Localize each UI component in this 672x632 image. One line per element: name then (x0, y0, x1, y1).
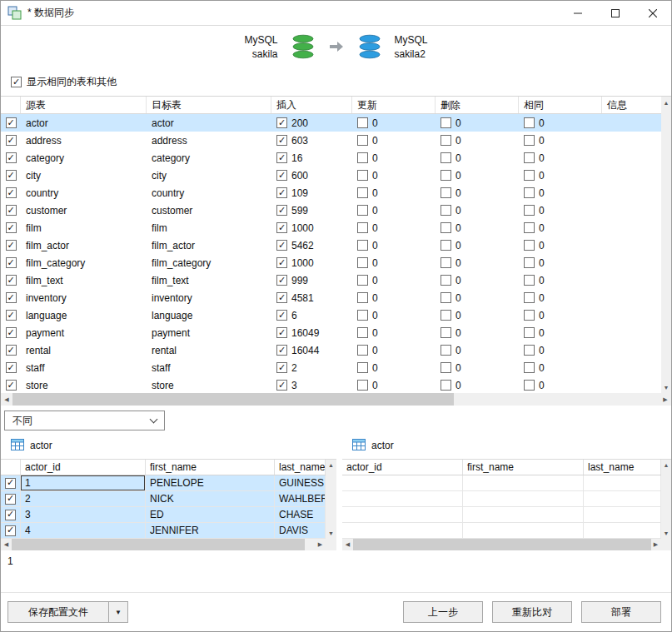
record-row[interactable]: 3EDCHASE (1, 507, 326, 523)
identical-checkbox[interactable] (524, 222, 535, 233)
identical-checkbox[interactable] (524, 187, 535, 198)
table-row[interactable]: inventoryinventory4581000 (1, 289, 661, 306)
scroll-right-icon[interactable] (660, 393, 671, 406)
record-row[interactable]: 1PENELOPEGUINESS (1, 475, 326, 491)
actor-id-cell[interactable]: 2 (21, 491, 146, 506)
identical-checkbox[interactable] (524, 327, 535, 338)
minimize-button[interactable] (559, 1, 596, 25)
delete-checkbox[interactable] (441, 135, 451, 146)
update-checkbox[interactable] (357, 362, 368, 373)
delete-checkbox[interactable] (441, 292, 451, 303)
update-checkbox[interactable] (357, 275, 368, 286)
column-header-last-name[interactable]: last_name (275, 460, 326, 475)
insert-checkbox[interactable] (276, 310, 287, 321)
left-grid-vertical-scrollbar[interactable] (326, 460, 336, 539)
column-header-source[interactable]: 源表 (21, 97, 147, 113)
first-name-cell[interactable]: ED (146, 507, 275, 522)
delete-checkbox[interactable] (441, 152, 451, 163)
delete-checkbox[interactable] (441, 170, 451, 181)
column-header-identical[interactable]: 相同 (519, 97, 602, 113)
insert-checkbox[interactable] (276, 257, 287, 268)
scrollbar-track[interactable] (12, 539, 315, 550)
insert-checkbox[interactable] (276, 222, 287, 233)
table-row[interactable]: film_actorfilm_actor5462000 (1, 236, 661, 254)
table-vertical-scrollbar[interactable] (661, 97, 671, 393)
row-checkbox[interactable] (6, 327, 17, 338)
identical-checkbox[interactable] (524, 152, 535, 163)
update-checkbox[interactable] (357, 380, 368, 391)
record-checkbox[interactable] (5, 494, 16, 505)
scroll-left-icon[interactable] (1, 393, 12, 406)
scroll-up-icon[interactable] (661, 97, 671, 108)
row-checkbox[interactable] (6, 187, 17, 198)
insert-checkbox[interactable] (276, 170, 287, 181)
scroll-left-icon[interactable] (342, 539, 353, 550)
scroll-right-icon[interactable] (650, 539, 661, 550)
close-button[interactable] (634, 1, 671, 25)
column-header-first-name[interactable]: first_name (146, 460, 275, 475)
scroll-right-icon[interactable] (315, 539, 326, 550)
table-row[interactable]: storestore3000 (1, 376, 661, 393)
identical-checkbox[interactable] (524, 362, 535, 373)
update-checkbox[interactable] (357, 187, 368, 198)
update-checkbox[interactable] (357, 135, 368, 146)
column-header-update[interactable]: 更新 (352, 97, 436, 113)
filter-dropdown[interactable]: 不同 (4, 411, 165, 430)
row-checkbox[interactable] (6, 117, 17, 128)
table-row[interactable]: paymentpayment16049000 (1, 324, 661, 341)
identical-checkbox[interactable] (524, 170, 535, 181)
table-row[interactable]: actoractor200000 (1, 114, 661, 132)
scrollbar-track[interactable] (661, 108, 671, 381)
update-checkbox[interactable] (357, 292, 368, 303)
delete-checkbox[interactable] (441, 275, 451, 286)
row-checkbox[interactable] (6, 135, 17, 146)
table-row[interactable]: languagelanguage6000 (1, 306, 661, 324)
update-checkbox[interactable] (357, 222, 368, 233)
select-all-column[interactable] (1, 97, 21, 113)
row-checkbox[interactable] (6, 310, 17, 321)
actor-id-cell[interactable]: 4 (21, 523, 146, 538)
row-checkbox[interactable] (6, 222, 17, 233)
table-row[interactable]: staffstaff2000 (1, 359, 661, 376)
update-checkbox[interactable] (357, 170, 368, 181)
deploy-button[interactable]: 部署 (581, 601, 661, 623)
delete-checkbox[interactable] (441, 205, 451, 216)
previous-step-button[interactable]: 上一步 (403, 601, 483, 623)
scroll-up-icon[interactable] (661, 460, 671, 470)
update-checkbox[interactable] (357, 117, 368, 128)
scroll-down-icon[interactable] (326, 528, 336, 539)
record-checkbox[interactable] (5, 478, 16, 489)
last-name-cell[interactable]: GUINESS (275, 475, 326, 490)
identical-checkbox[interactable] (524, 345, 535, 356)
row-checkbox[interactable] (6, 257, 17, 268)
column-header-delete[interactable]: 删除 (436, 97, 519, 113)
right-grid-horizontal-scrollbar[interactable] (342, 539, 661, 550)
scrollbar-track[interactable] (12, 393, 660, 406)
delete-checkbox[interactable] (441, 222, 451, 233)
column-header-info[interactable]: 信息 (602, 97, 661, 113)
panel-splitter[interactable] (336, 437, 342, 550)
delete-checkbox[interactable] (441, 187, 451, 198)
first-name-cell[interactable]: PENELOPE (146, 475, 275, 490)
table-row[interactable]: citycity600000 (1, 167, 661, 184)
insert-checkbox[interactable] (276, 380, 287, 391)
row-checkbox[interactable] (6, 205, 17, 216)
scrollbar-track[interactable] (326, 470, 336, 528)
actor-id-cell[interactable]: 3 (21, 507, 146, 522)
update-checkbox[interactable] (357, 327, 368, 338)
first-name-cell[interactable]: NICK (146, 491, 275, 506)
row-checkbox[interactable] (6, 345, 17, 356)
insert-checkbox[interactable] (276, 135, 287, 146)
scroll-down-icon[interactable] (661, 381, 671, 393)
column-header-actor-id[interactable]: actor_id (342, 460, 463, 475)
scroll-down-icon[interactable] (661, 528, 671, 539)
scrollbar-thumb[interactable] (353, 539, 651, 550)
update-checkbox[interactable] (357, 240, 368, 251)
table-row[interactable]: countrycountry109000 (1, 184, 661, 202)
update-checkbox[interactable] (357, 257, 368, 268)
row-checkbox[interactable] (6, 170, 17, 181)
left-grid-horizontal-scrollbar[interactable] (1, 539, 326, 550)
scrollbar-track[interactable] (661, 470, 671, 528)
insert-checkbox[interactable] (276, 205, 287, 216)
delete-checkbox[interactable] (441, 240, 451, 251)
